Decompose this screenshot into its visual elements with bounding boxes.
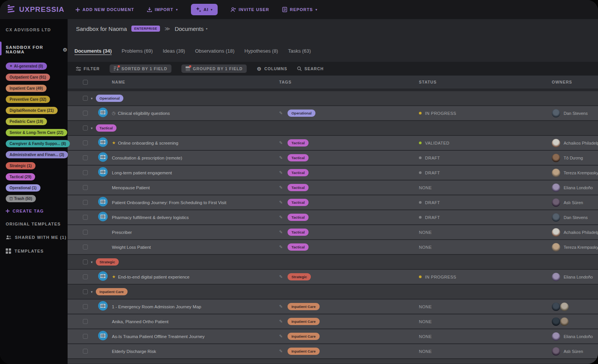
row-tag-pill[interactable]: Tactical [288,199,309,206]
filter-button[interactable]: FILTER [76,66,100,71]
document-name[interactable]: As-Is Trauma Patient Offline Treatment J… [112,334,277,339]
edit-tags-pencil-icon[interactable]: ✎ [279,111,283,116]
chevron-down-icon[interactable]: ▾ [91,97,93,100]
edit-tags-pencil-icon[interactable]: ✎ [279,215,283,220]
group-tag-pill[interactable]: Inpatient Care [96,288,128,295]
row-checkbox[interactable] [83,215,88,220]
add-new-document-button[interactable]: ADD NEW DOCUMENT [76,7,134,12]
row-checkbox[interactable] [83,230,88,235]
owner-avatar[interactable] [552,273,560,281]
edit-tags-pencil-icon[interactable]: ✎ [279,155,283,160]
column-header-status[interactable]: STATUS [419,80,552,84]
row-tag-pill[interactable]: Operational [288,110,315,117]
sidebar-tag-pill[interactable]: Senior & Long-Term Care (22) [6,129,67,136]
row-tag-pill[interactable]: Inpatient Care [288,318,319,325]
row-tag-pill[interactable]: Tactical [288,169,309,176]
sidebar-tag-pill[interactable]: Inpatient Care (49) [6,85,47,92]
table-row[interactable]: 1 - Emergency Room Admission Journey Map… [68,300,598,314]
document-name[interactable]: ◷Clinical eligibility questions [112,111,277,116]
column-header-name[interactable]: NAME [112,80,277,84]
row-tag-pill[interactable]: Strategic [288,273,311,280]
document-name[interactable]: Prescriber [112,230,277,235]
search-button[interactable]: SEARCH [297,66,323,71]
row-tag-pill[interactable]: Tactical [288,184,309,191]
row-checkbox[interactable] [83,155,88,160]
group-checkbox[interactable] [83,126,88,130]
edit-tags-pencil-icon[interactable]: ✎ [279,304,283,309]
select-all-checkbox[interactable] [83,80,88,85]
table-row[interactable]: Long-term patient engagement✎TacticalDRA… [68,166,598,180]
chevron-down-icon[interactable]: ▾ [91,126,93,130]
owner-avatar[interactable] [560,317,569,326]
columns-button[interactable]: ⚙ COLUMNS [257,66,287,72]
table-row[interactable]: Consultation & prescription (remote)✎Tac… [68,151,598,165]
row-checkbox[interactable] [83,334,88,339]
document-name[interactable]: Menopause Patient [112,185,277,190]
row-checkbox[interactable] [83,140,88,145]
owner-avatar[interactable] [552,243,560,251]
group-checkbox[interactable] [83,96,88,101]
row-checkbox[interactable] [83,200,88,205]
table-row[interactable]: Patient Onboarding Journey: From Schedul… [68,195,598,209]
tab-problems[interactable]: Problems (69) [122,48,153,55]
ai-button[interactable]: AI ▾ [191,4,218,15]
document-name[interactable]: 1 - Emergency Room Admission Journey Map [112,304,277,309]
row-checkbox[interactable] [83,304,88,309]
sidebar-tag-pill[interactable]: Strategic (1) [6,162,36,169]
owner-avatar[interactable] [552,213,560,222]
table-row[interactable]: ★End-to-end digital patient experience✎S… [68,270,598,284]
owner-avatar[interactable] [552,109,560,118]
row-tag-pill[interactable]: Tactical [288,154,309,161]
edit-tags-pencil-icon[interactable]: ✎ [279,200,283,205]
table-row[interactable]: Pharmacy fulfillment & delivery logistic… [68,210,598,224]
status-cell[interactable]: NONE [419,185,552,190]
owner-avatar[interactable] [552,332,560,341]
edit-tags-pencil-icon[interactable]: ✎ [279,349,283,354]
row-checkbox[interactable] [83,170,88,175]
document-name[interactable]: ★End-to-end digital patient experience [112,274,277,279]
tab-ideas[interactable]: Ideas (39) [163,48,185,55]
reports-button[interactable]: REPORTS ▾ [282,7,317,12]
status-cell[interactable]: NONE [419,334,552,339]
row-checkbox[interactable] [83,349,88,354]
table-row[interactable]: Weight Loss Patient✎TacticalNONETereza K… [68,240,598,254]
sorted-by-button[interactable]: SORTED BY 1 FIELD [110,64,171,73]
status-cell[interactable]: DRAFT [419,215,552,220]
tab-tasks[interactable]: Tasks (63) [288,48,311,55]
sidebar-tag-pill[interactable]: Operational (1) [6,184,40,192]
row-tag-pill[interactable]: Inpatient Care [288,333,319,340]
status-cell[interactable]: NONE [419,230,552,235]
edit-tags-pencil-icon[interactable]: ✎ [279,274,283,279]
edit-tags-pencil-icon[interactable]: ✎ [279,230,283,235]
document-name[interactable]: Consultation & prescription (remote) [112,156,277,160]
owner-avatar[interactable] [552,228,560,237]
document-name[interactable]: Weight Loss Patient [112,245,277,250]
chevron-down-icon[interactable]: ▾ [91,290,93,294]
status-cell[interactable]: DRAFT [419,200,552,205]
owner-avatar[interactable] [552,139,560,147]
row-checkbox[interactable] [83,185,88,190]
sidebar-item-templates[interactable]: TEMPLATES [0,248,68,254]
tab-hypotheses[interactable]: Hypotheses (8) [244,48,278,55]
import-button[interactable]: IMPORT ▾ [147,7,178,12]
tab-observations[interactable]: Observations (18) [195,48,234,55]
edit-tags-pencil-icon[interactable]: ✎ [279,334,283,339]
status-cell[interactable]: NONE [419,319,552,324]
status-cell[interactable]: IN PROGRESS [419,275,552,279]
table-row[interactable]: ★Online onboarding & screening✎TacticalV… [68,136,598,150]
document-name[interactable]: ★Online onboarding & screening [112,140,277,145]
group-tag-pill[interactable]: Operational [96,95,124,102]
row-tag-pill[interactable]: Tactical [288,139,309,147]
table-row[interactable]: Prescriber✎TacticalNONEAchaikos Philadel… [68,225,598,239]
status-cell[interactable]: VALIDATED [419,141,552,145]
status-cell[interactable]: DRAFT [419,156,552,160]
column-header-tags[interactable]: TAGS [277,80,419,84]
workspace-settings-gear-icon[interactable]: ⚙ [63,47,68,53]
row-checkbox[interactable] [83,274,88,279]
edit-tags-pencil-icon[interactable]: ✎ [279,245,283,250]
owner-avatar[interactable] [552,347,560,356]
chevron-down-icon[interactable]: ▾ [91,260,93,264]
sidebar-tag-pill[interactable]: ✦AI-generated (0) [6,63,47,70]
owner-avatar[interactable] [552,184,560,192]
owner-avatar[interactable] [552,154,560,162]
